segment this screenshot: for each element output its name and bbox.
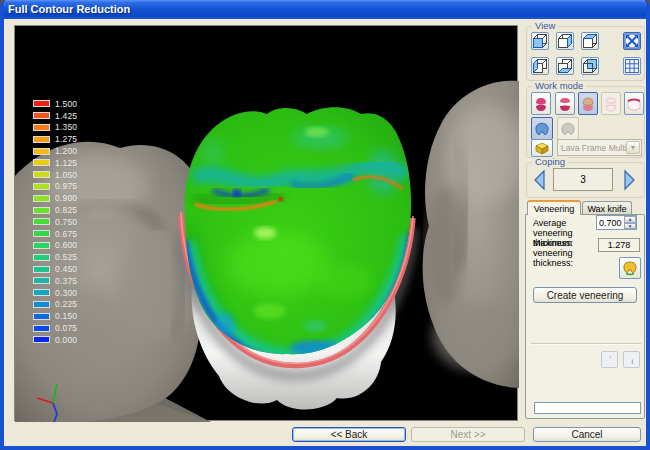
veneering-preview-button[interactable] (619, 257, 641, 279)
pontic-outline-icon (603, 96, 619, 112)
legend-swatch (33, 336, 50, 343)
legend-value: 1.425 (55, 111, 77, 121)
legend-value: 0.525 (55, 252, 77, 262)
view-cube-top-icon (582, 33, 598, 49)
legend-value: 0.150 (55, 311, 77, 321)
view-cube-left-button[interactable] (531, 57, 549, 75)
legend-row: 0.375 (33, 275, 77, 287)
view-cube-left-icon (532, 58, 548, 74)
legend-row: 0.075 (33, 322, 77, 334)
legend-value: 0.975 (55, 181, 77, 191)
legend-value: 1.350 (55, 122, 77, 132)
legend-swatch (33, 218, 50, 225)
coping-index-field: 3 (553, 168, 613, 191)
legend-value: 0.450 (55, 264, 77, 274)
legend-swatch (33, 207, 50, 214)
coping-next-button[interactable] (619, 168, 639, 192)
legend-value: 1.275 (55, 134, 77, 144)
spin-down-icon[interactable]: ▼ (624, 223, 636, 230)
view-cube-top-button[interactable] (581, 32, 599, 50)
view-cube-front-icon (532, 33, 548, 49)
back-button[interactable]: << Back (292, 427, 406, 442)
legend-row: 0.750 (33, 216, 77, 228)
create-veneering-button[interactable]: Create veneering (533, 287, 637, 303)
legend-value: 0.750 (55, 217, 77, 227)
legend-value: 1.125 (55, 158, 77, 168)
coping-index-value: 3 (580, 174, 586, 185)
veneering-tooth-icon (622, 260, 638, 276)
legend-swatch (33, 301, 50, 308)
maximum-thickness-value: 1.278 (608, 240, 631, 250)
legend-row: 0.825 (33, 204, 77, 216)
legend-swatch (33, 277, 50, 284)
maximum-thickness-field: 1.278 (598, 238, 640, 252)
legend-swatch (33, 266, 50, 273)
legend-swatch (33, 313, 50, 320)
legend-row: 0.000 (33, 334, 77, 346)
legend-swatch (33, 325, 50, 332)
legend-row: 0.600 (33, 240, 77, 252)
tab-wax-knife[interactable]: Wax knife (582, 201, 632, 215)
separator (531, 343, 641, 345)
legend-value: 1.050 (55, 170, 77, 180)
legend-row: 0.975 (33, 181, 77, 193)
work-mode-crown-cap-button[interactable] (578, 92, 598, 115)
undo-button (601, 351, 618, 368)
view-cube-back-button[interactable] (581, 57, 599, 75)
legend-value: 0.600 (55, 240, 77, 250)
legend-value: 0.300 (55, 288, 77, 298)
fit-view-button[interactable] (623, 32, 641, 50)
legend-swatch (33, 100, 50, 107)
next-button-label: Next >> (450, 429, 485, 440)
status-field[interactable] (534, 402, 641, 414)
legend-row: 1.050 (33, 169, 77, 181)
prev-coping-icon (530, 168, 550, 192)
view-cube-right-button[interactable] (556, 32, 574, 50)
dental-3d-scene (15, 26, 519, 422)
dropdown-arrow-icon: ▼ (626, 141, 640, 154)
legend-row: 1.350 (33, 122, 77, 134)
legend-value: 0.825 (55, 205, 77, 215)
cancel-button[interactable]: Cancel (533, 427, 641, 442)
legend-swatch (33, 171, 50, 178)
window-title: Full Contour Reduction (0, 0, 650, 19)
next-coping-icon (619, 168, 639, 192)
view-cube-bottom-button[interactable] (556, 57, 574, 75)
coping-group-label: Coping (532, 157, 568, 167)
legend-swatch (33, 112, 50, 119)
grid-view-button[interactable] (623, 57, 641, 75)
full-contour-reduction-window: Full Contour Reduction (0, 0, 650, 450)
3d-viewport[interactable]: 1.5001.4251.3501.2751.2001.1251.0500.975… (14, 25, 518, 421)
legend-swatch (33, 242, 50, 249)
legend-row: 0.450 (33, 263, 77, 275)
legend-row: 0.225 (33, 299, 77, 311)
redo-icon (630, 353, 633, 367)
work-mode-occlusion-button[interactable] (531, 92, 551, 115)
legend-swatch (33, 183, 50, 190)
legend-value: 1.500 (55, 99, 77, 109)
tab-wax-knife-label: Wax knife (587, 204, 626, 214)
material-block-icon (534, 140, 550, 156)
coping-previous-button[interactable] (530, 168, 550, 192)
view-group-label: View (532, 21, 558, 31)
legend-row: 0.150 (33, 310, 77, 322)
legend-row: 1.275 (33, 133, 77, 145)
legend-row: 1.425 (33, 110, 77, 122)
view-cube-front-button[interactable] (531, 32, 549, 50)
work-mode-margin-line-button[interactable] (624, 92, 644, 115)
work-mode-margin-teeth-button[interactable] (555, 92, 575, 115)
view-cube-back-icon (582, 58, 598, 74)
next-button: Next >> (411, 427, 525, 442)
view-cube-bottom-icon (557, 58, 573, 74)
create-veneering-label: Create veneering (547, 290, 624, 301)
legend-swatch (33, 230, 50, 237)
margin-line-icon (626, 96, 642, 112)
work-mode-coping-button[interactable] (531, 117, 553, 140)
average-thickness-input[interactable] (597, 216, 625, 229)
material-button[interactable] (531, 139, 553, 157)
maximum-thickness-label: Maximum veneering thickness: (533, 238, 595, 268)
fit-view-icon (624, 33, 640, 49)
occlusion-teeth-icon (533, 96, 549, 112)
legend-row: 0.525 (33, 251, 77, 263)
tab-veneering[interactable]: Veneering (527, 200, 581, 215)
